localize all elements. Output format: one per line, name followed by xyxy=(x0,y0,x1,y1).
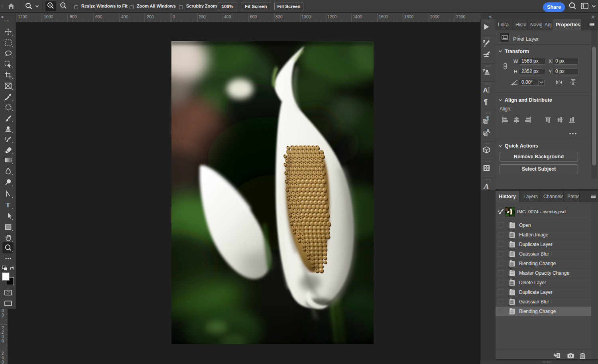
svg-text:T: T xyxy=(6,201,10,209)
svg-text:A: A xyxy=(483,182,489,191)
svg-text:A: A xyxy=(486,128,490,134)
svg-text:¶: ¶ xyxy=(484,98,488,106)
svg-text:A: A xyxy=(483,87,488,94)
svg-text:¶: ¶ xyxy=(486,116,489,121)
